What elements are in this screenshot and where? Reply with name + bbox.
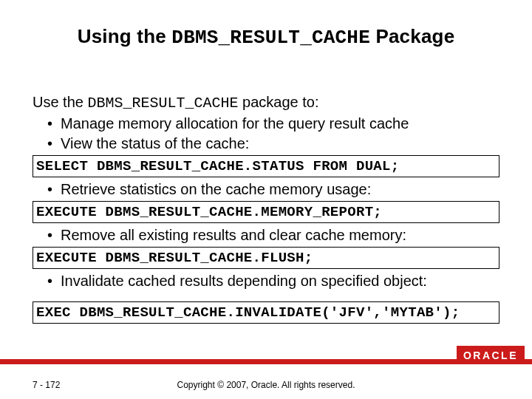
bullet-invalidate: Invalidate cached results depending on s… [47,272,499,291]
bullet-list: Manage memory allocation for the query r… [33,115,499,154]
bullet-list-3: Remove all existing results and clear ca… [33,226,499,245]
intro-pre: Use the [33,94,87,110]
code-memory-report: EXECUTE DBMS_RESULT_CACHE.MEMORY_REPORT; [33,201,499,223]
copyright-text: Copyright © 2007, Oracle. All rights res… [0,380,532,390]
intro-code: DBMS_RESULT_CACHE [87,95,238,112]
bullet-manage-memory: Manage memory allocation for the query r… [47,115,499,134]
oracle-logo: ORACLE [457,346,525,364]
code-flush: EXECUTE DBMS_RESULT_CACHE.FLUSH; [33,247,499,269]
slide-body: Use the DBMS_RESULT_CACHE package to: Ma… [33,93,499,324]
title-post: Package [370,25,454,47]
slide-title: Using the DBMS_RESULT_CACHE Package [33,25,499,49]
intro-line: Use the DBMS_RESULT_CACHE package to: [33,93,499,113]
intro-post: package to: [239,94,319,110]
footer-bar [0,359,532,364]
bullet-remove-results: Remove all existing results and clear ca… [47,226,499,245]
code-status: SELECT DBMS_RESULT_CACHE.STATUS FROM DUA… [33,155,499,177]
title-code: DBMS_RESULT_CACHE [171,27,370,49]
title-pre: Using the [78,25,172,47]
slide-footer: ORACLE 7 - 172 Copyright © 2007, Oracle.… [0,359,532,399]
bullet-list-2: Retrieve statistics on the cache memory … [33,180,499,200]
bullet-retrieve-stats: Retrieve statistics on the cache memory … [47,180,499,200]
bullet-view-status: View the status of the cache: [47,134,499,154]
bullet-list-4: Invalidate cached results depending on s… [33,272,499,291]
code-invalidate: EXEC DBMS_RESULT_CACHE.INVALIDATE('JFV',… [33,301,499,324]
slide: Using the DBMS_RESULT_CACHE Package Use … [0,0,532,399]
